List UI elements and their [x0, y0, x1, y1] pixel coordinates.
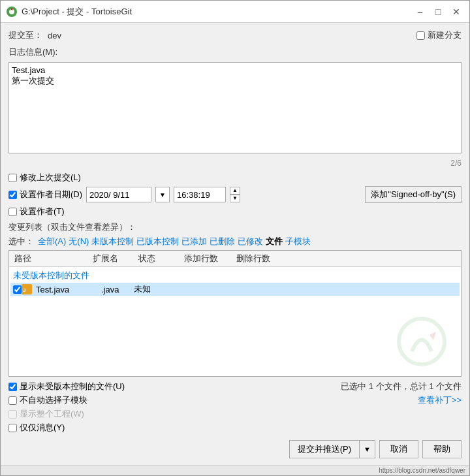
show-whole-project-row: 显示整个工程(W): [8, 408, 462, 420]
commit-to-value: dev: [48, 31, 61, 40]
no-auto-submodule-checkbox[interactable]: [8, 396, 17, 405]
tortoisegit-icon: [6, 6, 18, 18]
commit-push-button[interactable]: 提交并推送(P): [289, 440, 359, 458]
row-checkbox[interactable]: [13, 285, 22, 294]
no-auto-submodule-text: 不自动选择子模块: [20, 394, 87, 406]
set-date-text: 设置作者日期(D): [20, 189, 82, 200]
show-unversioned-text: 显示未受版本控制的文件(U): [20, 381, 125, 392]
group-label-unversioned: 未受版本控制的文件: [10, 268, 460, 283]
bottom-checks: 显示未受版本控制的文件(U) 已选中 1 个文件，总计 1 个文件 不自动选择子…: [8, 381, 462, 434]
filter-unversioned[interactable]: 未版本控制: [91, 236, 134, 247]
log-section-label: 日志信息(M):: [8, 46, 462, 58]
amend-label[interactable]: 修改上次提交(L): [8, 172, 81, 183]
url-text: https://blog.csdn.net/asdfqwer: [379, 467, 465, 474]
th-status: 状态: [136, 252, 181, 265]
commit-dropdown-button[interactable]: ▼: [359, 440, 375, 458]
filter-files[interactable]: 文件: [266, 236, 283, 247]
only-messages-text: 仅仅消息(Y): [20, 422, 65, 434]
td-extension: .java: [99, 285, 131, 294]
set-date-row: 设置作者日期(D) ▼ ▲ ▼ 添加"Signed-off-by"(S): [8, 186, 462, 203]
new-branch-label: 新建分支: [428, 29, 462, 41]
options-section: 修改上次提交(L) 设置作者日期(D) ▼ ▲ ▼ 添加"Signed-off-…: [8, 172, 462, 217]
commit-to-label: 提交至：: [8, 29, 42, 41]
title-bar-controls: ‒ □ ✕: [412, 4, 464, 20]
filter-row: 选中： 全部(A) 无(N) 未版本控制 已版本控制 已添加 已删除 已修改 文…: [8, 236, 462, 247]
only-messages-label[interactable]: 仅仅消息(Y): [8, 422, 65, 434]
changes-header: 变更列表（双击文件查看差异）：: [8, 221, 462, 233]
only-messages-checkbox[interactable]: [8, 424, 17, 432]
show-whole-project-checkbox[interactable]: [8, 410, 17, 419]
new-branch-checkbox[interactable]: [416, 31, 425, 40]
filter-submodule[interactable]: 子模块: [285, 236, 311, 247]
set-author-checkbox[interactable]: [8, 208, 17, 216]
date-picker-button[interactable]: ▼: [155, 187, 170, 202]
set-date-label[interactable]: 设置作者日期(D): [8, 189, 82, 200]
svg-text:J: J: [23, 287, 25, 293]
filter-deleted[interactable]: 已删除: [210, 236, 235, 247]
title-bar-left: G:\Project - 提交 - TortoiseGit: [6, 6, 132, 18]
th-added: 添加行数: [181, 252, 234, 265]
no-auto-submodule-label[interactable]: 不自动选择子模块: [8, 394, 87, 406]
svg-point-1: [9, 9, 14, 14]
filter-label: 选中：: [8, 236, 34, 247]
show-unversioned-label[interactable]: 显示未受版本控制的文件(U): [8, 381, 125, 392]
td-filename: Test.java: [33, 285, 99, 294]
main-content: 提交至： dev 新建分支 日志信息(M): Test.java 第一次提交 2…: [1, 23, 469, 465]
signed-off-button[interactable]: 添加"Signed-off-by"(S): [365, 186, 462, 203]
th-extension: 扩展名: [90, 252, 136, 265]
amend-checkbox[interactable]: [8, 174, 17, 182]
maximize-button[interactable]: □: [430, 4, 446, 20]
window-title: G:\Project - 提交 - TortoiseGit: [22, 6, 132, 18]
set-author-text: 设置作者(T): [20, 206, 65, 217]
url-bar: https://blog.csdn.net/asdfqwer: [1, 465, 469, 475]
close-button[interactable]: ✕: [448, 4, 464, 20]
bottom-info-row: 显示未受版本控制的文件(U) 已选中 1 个文件，总计 1 个文件: [8, 381, 462, 392]
amend-text: 修改上次提交(L): [20, 172, 81, 183]
only-messages-row: 仅仅消息(Y): [8, 422, 462, 434]
minimize-button[interactable]: ‒: [412, 4, 428, 20]
filter-modified[interactable]: 已修改: [238, 236, 263, 247]
td-status: 未知: [131, 283, 177, 295]
action-row: 提交并推送(P) ▼ 取消 帮助: [8, 440, 462, 458]
set-author-label[interactable]: 设置作者(T): [8, 206, 65, 217]
time-input[interactable]: [174, 187, 226, 202]
log-textarea[interactable]: Test.java 第一次提交: [8, 62, 462, 153]
table-body: 未受版本控制的文件 J Test.java .java 未知: [9, 267, 461, 297]
commit-btn-group: 提交并推送(P) ▼: [289, 440, 375, 458]
commit-to-row: 提交至： dev 新建分支: [8, 29, 462, 41]
table-header: 路径 扩展名 状态 添加行数 删除行数: [9, 251, 461, 267]
th-deleted: 删除行数: [234, 252, 286, 265]
view-diff-link[interactable]: 查看补丁>>: [418, 394, 462, 406]
changes-section: 变更列表（双击文件查看差异）： 选中： 全部(A) 无(N) 未版本控制 已版本…: [8, 221, 462, 377]
time-up-button[interactable]: ▲: [230, 187, 240, 195]
filter-added[interactable]: 已添加: [181, 236, 207, 247]
filter-versioned[interactable]: 已版本控制: [136, 236, 179, 247]
show-whole-project-text: 显示整个工程(W): [20, 408, 84, 420]
show-unversioned-checkbox[interactable]: [8, 383, 17, 391]
time-down-button[interactable]: ▼: [230, 195, 240, 202]
set-date-checkbox[interactable]: [8, 191, 17, 199]
filter-none[interactable]: 无(N): [69, 236, 89, 247]
bottom-submodule-row: 不自动选择子模块 查看补丁>>: [8, 394, 462, 406]
cancel-button[interactable]: 取消: [379, 440, 418, 458]
show-whole-project-label[interactable]: 显示整个工程(W): [8, 408, 84, 420]
watermark: [396, 315, 448, 370]
char-count: 2/6: [8, 159, 462, 168]
time-spinner: ▲ ▼: [230, 187, 240, 202]
set-author-row: 设置作者(T): [8, 206, 462, 217]
svg-marker-6: [430, 332, 436, 340]
title-bar: G:\Project - 提交 - TortoiseGit ‒ □ ✕: [1, 1, 469, 23]
main-window: G:\Project - 提交 - TortoiseGit ‒ □ ✕ 提交至：…: [0, 0, 470, 476]
file-table: 路径 扩展名 状态 添加行数 删除行数 未受版本控制的文件 J Test.jav…: [8, 250, 462, 377]
filter-all[interactable]: 全部(A): [38, 236, 66, 247]
date-input[interactable]: [86, 187, 151, 202]
java-file-icon: J: [22, 284, 32, 294]
table-row[interactable]: J Test.java .java 未知: [10, 283, 460, 296]
amend-row: 修改上次提交(L): [8, 172, 462, 183]
help-button[interactable]: 帮助: [422, 440, 462, 458]
th-path: 路径: [12, 252, 90, 265]
selected-info: 已选中 1 个文件，总计 1 个文件: [341, 381, 462, 392]
